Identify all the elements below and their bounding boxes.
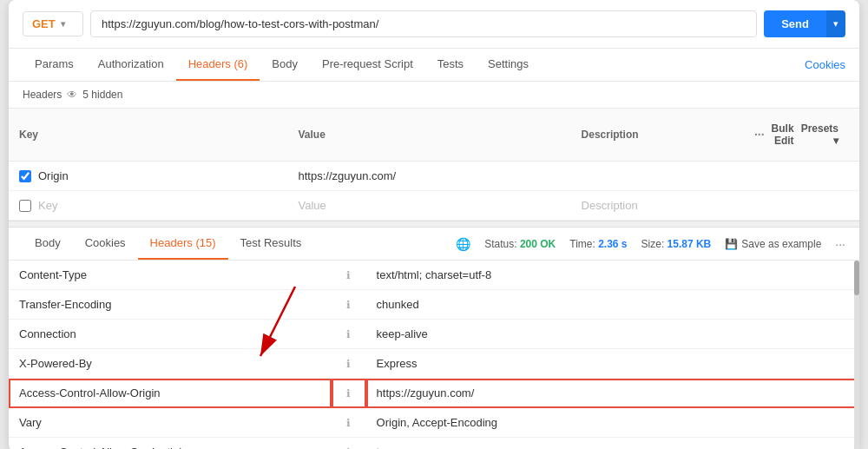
table-row: Content-Type ℹ text/html; charset=utf-8 <box>9 261 859 290</box>
bulk-edit-btn[interactable]: Bulk Edit <box>772 122 794 147</box>
response-tab-bar: Body Cookies Headers (15) Test Results 🌐… <box>9 228 859 261</box>
response-tab-headers[interactable]: Headers (15) <box>138 228 228 260</box>
size-value: 15.87 KB <box>667 238 712 250</box>
send-button[interactable]: Send <box>764 10 826 37</box>
info-icon: ℹ <box>332 408 365 438</box>
table-row: Access-Control-Allow-Credentials ℹ true <box>9 438 859 450</box>
table-row: Origin https://zguyun.com/ <box>9 162 859 191</box>
row1-value: https://zguyun.com/ <box>288 162 571 191</box>
row1-description <box>571 162 733 191</box>
section-divider <box>9 221 859 228</box>
headers-label: Headers <box>23 89 62 101</box>
save-as-example-btn[interactable]: 💾 Save as example <box>725 238 821 250</box>
header-value: https://zguyun.com/ <box>366 379 859 408</box>
header-key: Access-Control-Allow-Origin <box>9 379 332 408</box>
tab-prerequest[interactable]: Pre-request Script <box>310 49 425 81</box>
info-icon: ℹ <box>332 379 365 408</box>
header-value: keep-alive <box>366 320 859 349</box>
col-actions: ··· Bulk Edit Presets ▾ <box>733 109 859 162</box>
time-label: Time: 2.36 s <box>569 238 627 250</box>
response-status-bar: 🌐 Status: 200 OK Time: 2.36 s Size: 15.8… <box>456 228 845 260</box>
globe-icon: 🌐 <box>456 237 470 251</box>
presets-chevron-icon: ▾ <box>833 135 838 147</box>
table-row: Transfer-Encoding ℹ chunked <box>9 290 859 320</box>
info-icon: ℹ <box>332 290 365 320</box>
cookies-link[interactable]: Cookies <box>805 50 845 80</box>
url-bar: GET ▾ Send ▾ <box>9 0 859 49</box>
header-key: Transfer-Encoding <box>9 290 332 320</box>
response-tab-test-results[interactable]: Test Results <box>228 228 314 260</box>
response-more-icon[interactable]: ··· <box>835 237 845 251</box>
header-value: Express <box>366 349 859 379</box>
info-icon: ℹ <box>332 261 365 290</box>
row2-checkbox[interactable] <box>19 200 31 212</box>
method-select[interactable]: GET ▾ <box>23 11 83 36</box>
hidden-count: 5 hidden <box>82 89 122 101</box>
request-headers-table: Key Value Description ··· Bulk Edit Pres… <box>9 109 859 221</box>
header-value: Origin, Accept-Encoding <box>366 408 859 438</box>
tab-tests[interactable]: Tests <box>425 49 476 81</box>
response-body: Content-Type ℹ text/html; charset=utf-8 … <box>9 261 859 449</box>
table-row: Connection ℹ keep-alive <box>9 320 859 349</box>
presets-btn[interactable]: Presets ▾ <box>801 122 838 147</box>
response-headers-table: Content-Type ℹ text/html; charset=utf-8 … <box>9 261 859 449</box>
send-dropdown-button[interactable]: ▾ <box>826 10 845 37</box>
header-value: chunked <box>366 290 859 320</box>
tab-params[interactable]: Params <box>23 49 86 81</box>
status-label: Status: 200 OK <box>484 238 556 250</box>
row2-value[interactable]: Value <box>288 191 571 221</box>
response-tab-cookies[interactable]: Cookies <box>73 228 138 260</box>
info-icon: ℹ <box>332 438 365 450</box>
row1-key: Origin <box>38 169 69 182</box>
scrollbar-thumb[interactable] <box>854 261 859 295</box>
header-key: Content-Type <box>9 261 332 290</box>
size-label: Size: 15.87 KB <box>641 238 712 250</box>
header-key: Connection <box>9 320 332 349</box>
more-icon[interactable]: ··· <box>754 128 765 142</box>
request-tab-bar: Params Authorization Headers (6) Body Pr… <box>9 49 859 82</box>
time-value: 2.36 s <box>598 238 627 250</box>
header-key: X-Powered-By <box>9 349 332 379</box>
info-icon: ℹ <box>332 320 365 349</box>
response-tab-body[interactable]: Body <box>23 228 73 260</box>
status-value: 200 OK <box>520 238 556 250</box>
postman-window: GET ▾ Send ▾ Params Authorization Header… <box>9 0 859 449</box>
header-key: Access-Control-Allow-Credentials <box>9 438 332 450</box>
table-row: Vary ℹ Origin, Accept-Encoding <box>9 408 859 438</box>
row2-description[interactable]: Description <box>571 191 733 221</box>
eye-icon: 👁 <box>67 89 77 101</box>
send-btn-group: Send ▾ <box>764 10 845 37</box>
highlighted-header-row: Access-Control-Allow-Origin ℹ https://zg… <box>9 379 859 408</box>
tab-authorization[interactable]: Authorization <box>86 49 176 81</box>
tab-headers[interactable]: Headers (6) <box>176 49 260 81</box>
header-key: Vary <box>9 408 332 438</box>
tab-settings[interactable]: Settings <box>476 49 541 81</box>
url-input[interactable] <box>90 10 757 37</box>
row1-checkbox[interactable] <box>19 170 31 182</box>
save-icon: 💾 <box>725 238 738 250</box>
col-description: Description <box>571 109 733 162</box>
headers-info: Headers 👁 5 hidden <box>9 82 859 109</box>
method-chevron-icon: ▾ <box>61 19 65 29</box>
header-value: text/html; charset=utf-8 <box>366 261 859 290</box>
col-key: Key <box>9 109 288 162</box>
row2-key[interactable]: Key <box>38 199 57 212</box>
tab-body[interactable]: Body <box>260 49 310 81</box>
info-icon: ℹ <box>332 349 365 379</box>
scrollbar[interactable] <box>854 261 859 449</box>
table-row: Key Value Description <box>9 191 859 221</box>
method-label: GET <box>32 17 56 30</box>
col-value: Value <box>288 109 571 162</box>
header-value: true <box>366 438 859 450</box>
table-row: X-Powered-By ℹ Express <box>9 349 859 379</box>
